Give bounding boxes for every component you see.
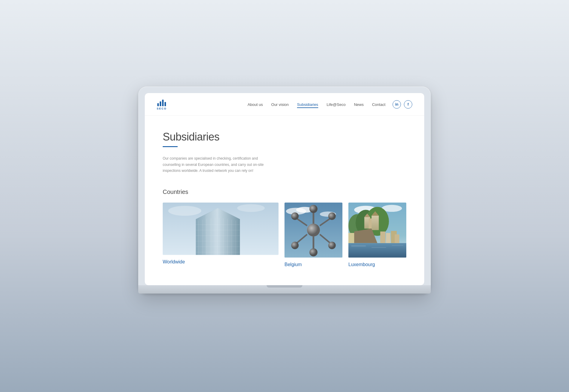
page-description: Our companies are specialised in checkin… xyxy=(163,155,276,174)
nav-link-vision[interactable]: Our vision xyxy=(271,102,289,107)
nav-link-news[interactable]: News xyxy=(354,102,364,107)
logo-text: SECO xyxy=(157,107,167,110)
laptop-screen: SECO About us Our vision Subsidiaries Li… xyxy=(145,93,424,285)
social-icons: in f xyxy=(393,100,412,109)
country-image-luxembourg xyxy=(348,203,406,257)
svg-point-2 xyxy=(237,204,264,212)
nav-item-subsidiaries[interactable]: Subsidiaries xyxy=(297,102,318,107)
countries-grid: Worldwide xyxy=(163,203,406,267)
section-title: Countries xyxy=(163,189,406,195)
nav-item-lifeseco[interactable]: Life@Seco xyxy=(327,102,346,107)
nav-item-news[interactable]: News xyxy=(354,102,364,107)
nav-item-vision[interactable]: Our vision xyxy=(271,102,289,107)
nav-item-contact[interactable]: Contact xyxy=(372,102,385,107)
nav-link-subsidiaries[interactable]: Subsidiaries xyxy=(297,102,318,108)
title-underline xyxy=(163,146,178,147)
svg-point-36 xyxy=(328,212,336,220)
country-card-luxembourg[interactable]: Luxembourg xyxy=(348,203,406,267)
svg-point-39 xyxy=(307,224,320,237)
svg-point-1 xyxy=(168,206,201,216)
laptop-frame: SECO About us Our vision Subsidiaries Li… xyxy=(138,87,431,293)
svg-rect-58 xyxy=(395,234,399,243)
country-image-worldwide xyxy=(163,203,279,255)
main-content: Subsidiaries Our companies are specialis… xyxy=(145,116,424,285)
svg-point-38 xyxy=(328,242,336,249)
logo-bar-2 xyxy=(160,101,161,106)
country-image-belgium xyxy=(284,203,342,257)
laptop-base xyxy=(138,285,431,294)
svg-point-35 xyxy=(291,212,299,220)
logo-bar-3 xyxy=(162,100,164,106)
svg-rect-55 xyxy=(380,232,385,243)
logo-bar-1 xyxy=(157,103,159,106)
country-card-belgium[interactable]: Belgium xyxy=(284,203,342,267)
nav-links: About us Our vision Subsidiaries Life@Se… xyxy=(247,102,385,107)
svg-point-34 xyxy=(309,249,317,257)
svg-rect-48 xyxy=(372,216,379,230)
nav-link-contact[interactable]: Contact xyxy=(372,102,385,107)
svg-rect-59 xyxy=(348,233,355,243)
nav-link-lifeseco[interactable]: Life@Seco xyxy=(327,102,346,107)
facebook-icon[interactable]: f xyxy=(404,100,412,109)
nav-link-about[interactable]: About us xyxy=(247,102,263,107)
logo-bars xyxy=(157,98,166,106)
svg-marker-20 xyxy=(205,208,218,255)
svg-rect-56 xyxy=(386,233,390,243)
country-card-worldwide[interactable]: Worldwide xyxy=(163,203,279,267)
country-name-belgium: Belgium xyxy=(284,262,302,267)
navigation: SECO About us Our vision Subsidiaries Li… xyxy=(145,93,424,116)
svg-point-37 xyxy=(291,242,299,249)
country-name-worldwide: Worldwide xyxy=(163,259,185,264)
nav-item-about[interactable]: About us xyxy=(247,102,263,107)
logo-bar-4 xyxy=(164,102,166,106)
page-title: Subsidiaries xyxy=(163,131,406,143)
logo[interactable]: SECO xyxy=(157,98,167,110)
svg-point-33 xyxy=(309,205,317,213)
linkedin-icon[interactable]: in xyxy=(393,100,401,109)
country-name-luxembourg: Luxembourg xyxy=(348,262,375,267)
